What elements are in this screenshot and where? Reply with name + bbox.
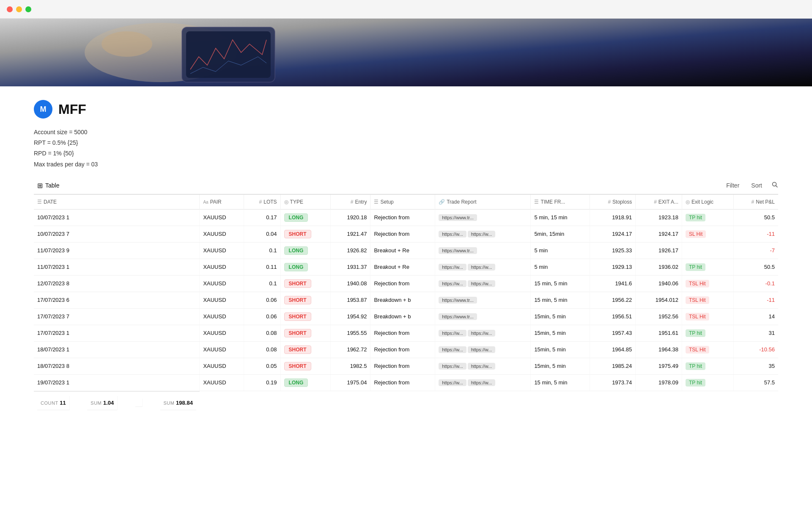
cell-exit-at: 1926.17 xyxy=(636,242,682,259)
maximize-button[interactable] xyxy=(25,6,31,12)
cell-setup: Rejection from xyxy=(370,341,435,358)
url-chip[interactable]: https://www.tr... xyxy=(439,214,477,221)
cell-lots: 0.08 xyxy=(244,341,280,358)
hero-image xyxy=(0,19,812,86)
cell-lots: 0.04 xyxy=(244,226,280,242)
url-chip[interactable]: https://w... xyxy=(468,231,496,237)
cell-pair: XAUUSD xyxy=(200,292,244,308)
cell-exit-logic: TP hit xyxy=(682,209,733,226)
type-badge: LONG xyxy=(284,213,308,222)
cell-timeframe: 5min, 15min xyxy=(531,226,590,242)
table-tab[interactable]: ⊞ Table xyxy=(34,180,63,191)
url-chip[interactable]: https://w... xyxy=(468,264,496,271)
cell-setup: Rejection from xyxy=(370,325,435,341)
cell-net-pnl: -11 xyxy=(733,226,778,242)
cell-exit-at: 1936.02 xyxy=(636,259,682,275)
cell-pair: XAUUSD xyxy=(200,325,244,341)
type-badge: SHORT xyxy=(284,312,311,321)
table-icon: ⊞ xyxy=(37,182,43,190)
cell-date: 17/07/2023 6 xyxy=(34,292,200,308)
cell-entry: 1920.18 xyxy=(331,209,370,226)
cell-stoploss: 1957.43 xyxy=(590,325,635,341)
cell-stoploss: 1985.24 xyxy=(590,358,635,374)
cell-pair: XAUUSD xyxy=(200,259,244,275)
cell-exit-logic: SL Hit xyxy=(682,226,733,242)
search-button[interactable] xyxy=(771,181,778,190)
svg-line-6 xyxy=(776,186,778,188)
cell-lots: 0.08 xyxy=(244,325,280,341)
cell-type: LONG xyxy=(280,242,331,259)
col-entry: #Entry xyxy=(331,195,370,210)
rpd: RPD = 1% {50} xyxy=(34,148,778,159)
cell-lots: 0.06 xyxy=(244,308,280,325)
cell-stoploss: 1925.33 xyxy=(590,242,635,259)
col-type: ◎TYPE xyxy=(280,195,331,210)
url-chip[interactable]: https://w... xyxy=(468,379,496,386)
url-chip[interactable]: https://www.tr... xyxy=(439,313,477,320)
type-badge: LONG xyxy=(284,263,308,271)
table-row: 18/07/2023 1XAUUSD0.08SHORT1962.72Reject… xyxy=(34,341,778,358)
cell-date: 17/07/2023 7 xyxy=(34,308,200,325)
filter-button[interactable]: Filter xyxy=(724,180,742,190)
col-date: ☰DATE xyxy=(34,195,200,210)
cell-timeframe: 15min, 5 min xyxy=(531,358,590,374)
cell-stoploss: 1924.17 xyxy=(590,226,635,242)
cell-net-pnl: -7 xyxy=(733,242,778,259)
cell-exit-at: 1951.61 xyxy=(636,325,682,341)
url-chip[interactable]: https://w... xyxy=(468,330,496,337)
cell-lots: 0.1 xyxy=(244,275,280,292)
cell-timeframe: 15min, 5 min xyxy=(531,341,590,358)
main-content: M MFF Account size = 5000 RPT = 0.5% {25… xyxy=(0,86,812,414)
url-chip[interactable]: https://w... xyxy=(439,346,466,353)
cell-date: 12/07/2023 8 xyxy=(34,275,200,292)
cell-timeframe: 15min, 5 min xyxy=(531,308,590,325)
sort-button[interactable]: Sort xyxy=(749,180,765,190)
type-badge: LONG xyxy=(284,378,308,387)
cell-lots: 0.06 xyxy=(244,292,280,308)
cell-stoploss: 1918.91 xyxy=(590,209,635,226)
url-chip[interactable]: https://w... xyxy=(439,231,466,237)
table-controls: ⊞ Table Filter Sort xyxy=(34,180,778,195)
cell-setup: Rejection from xyxy=(370,374,435,391)
col-timeframe: ☰TIME FR... xyxy=(531,195,590,210)
url-chip[interactable]: https://w... xyxy=(439,280,466,287)
type-badge: SHORT xyxy=(284,279,311,288)
cell-timeframe: 15min, 5 min xyxy=(531,325,590,341)
col-setup: ☰Setup xyxy=(370,195,435,210)
cell-type: SHORT xyxy=(280,292,331,308)
cell-net-pnl: -0.1 xyxy=(733,275,778,292)
url-chip[interactable]: https://w... xyxy=(439,363,466,370)
table-row: 11/07/2023 9XAUUSD0.1LONG1926.82Breakout… xyxy=(34,242,778,259)
url-chip[interactable]: https://w... xyxy=(468,346,496,353)
url-chip[interactable]: https://w... xyxy=(439,330,466,337)
cell-trade-report: https://w...https://w... xyxy=(435,341,531,358)
url-chip[interactable]: https://www.tr... xyxy=(439,297,477,304)
close-button[interactable] xyxy=(7,6,13,12)
cell-lots: 0.1 xyxy=(244,242,280,259)
cell-setup: Rejection from xyxy=(370,226,435,242)
cell-exit-at: 1924.17 xyxy=(636,226,682,242)
url-chip[interactable]: https://w... xyxy=(468,363,496,370)
cell-exit-logic: TP hit xyxy=(682,259,733,275)
exit-logic-badge: TP hit xyxy=(686,362,705,370)
table-row: 17/07/2023 1XAUUSD0.08SHORT1955.55Reject… xyxy=(34,325,778,341)
cell-setup: Rejection from xyxy=(370,275,435,292)
cell-pair: XAUUSD xyxy=(200,358,244,374)
cell-exit-logic: TSL Hit xyxy=(682,308,733,325)
cell-exit-logic: TP hit xyxy=(682,358,733,374)
cell-stoploss: 1956.51 xyxy=(590,308,635,325)
footer-empty xyxy=(135,399,143,407)
url-chip[interactable]: https://www.tr... xyxy=(439,247,477,254)
url-chip[interactable]: https://w... xyxy=(439,264,466,271)
url-chip[interactable]: https://w... xyxy=(468,280,496,287)
cell-date: 18/07/2023 8 xyxy=(34,358,200,374)
cell-date: 10/07/2023 7 xyxy=(34,226,200,242)
url-chip[interactable]: https://w... xyxy=(439,379,466,386)
cell-timeframe: 5 min xyxy=(531,259,590,275)
cell-entry: 1982.5 xyxy=(331,358,370,374)
cell-exit-logic: TSL Hit xyxy=(682,275,733,292)
minimize-button[interactable] xyxy=(16,6,22,12)
table-tab-label: Table xyxy=(45,182,59,189)
exit-logic-badge: TP hit xyxy=(686,329,705,337)
col-exit-at: #EXIT A... xyxy=(636,195,682,210)
